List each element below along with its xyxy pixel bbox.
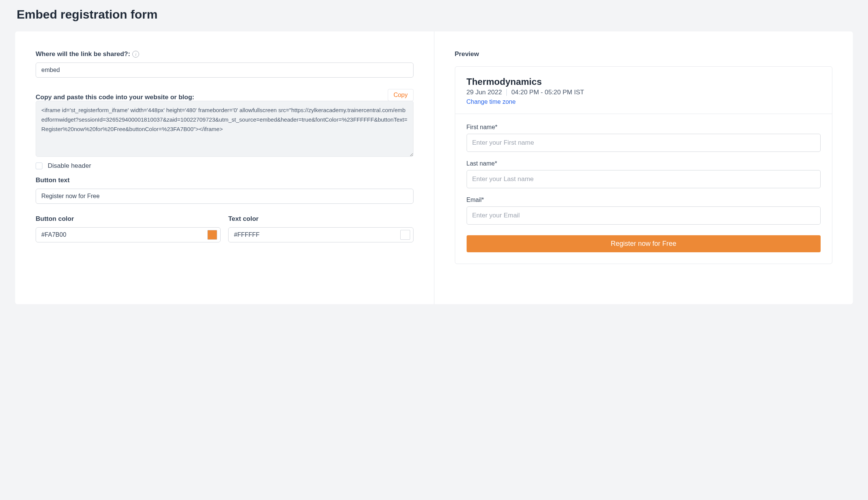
preview-header: Thermodynamics 29 Jun 2022 04:20 PM - 05… bbox=[455, 67, 832, 114]
preview-course-title: Thermodynamics bbox=[467, 77, 821, 87]
share-label: Where will the link be shared?: bbox=[36, 50, 130, 58]
page-title: Embed registration form bbox=[17, 8, 853, 22]
button-color-input[interactable]: #FA7B00 bbox=[36, 227, 221, 242]
text-color-swatch[interactable] bbox=[400, 230, 410, 240]
settings-column: Where will the link be shared?: i Copy a… bbox=[15, 31, 434, 304]
first-name-label: First name* bbox=[467, 124, 821, 131]
first-name-input[interactable] bbox=[467, 134, 821, 152]
button-text-label: Button text bbox=[36, 177, 414, 184]
disable-header-label: Disable header bbox=[48, 162, 91, 170]
button-color-swatch[interactable] bbox=[207, 230, 217, 240]
text-color-value: #FFFFFF bbox=[234, 231, 260, 238]
preview-date: 29 Jun 2022 bbox=[467, 89, 502, 96]
embed-card: Where will the link be shared?: i Copy a… bbox=[15, 31, 853, 304]
last-name-label: Last name* bbox=[467, 160, 821, 167]
change-timezone-link[interactable]: Change time zone bbox=[467, 98, 516, 105]
share-input[interactable] bbox=[36, 62, 414, 78]
text-color-input[interactable]: #FFFFFF bbox=[228, 227, 413, 242]
copy-button[interactable]: Copy bbox=[388, 89, 413, 101]
meta-separator bbox=[506, 89, 507, 96]
preview-body: First name* Last name* Email* Register n… bbox=[455, 114, 832, 264]
button-color-value: #FA7B00 bbox=[41, 231, 66, 238]
info-icon[interactable]: i bbox=[132, 51, 139, 58]
last-name-input[interactable] bbox=[467, 170, 821, 188]
preview-frame: Thermodynamics 29 Jun 2022 04:20 PM - 05… bbox=[455, 66, 833, 264]
email-label: Email* bbox=[467, 197, 821, 203]
disable-header-checkbox[interactable] bbox=[36, 162, 42, 169]
button-color-label: Button color bbox=[36, 215, 221, 223]
register-button[interactable]: Register now for Free bbox=[467, 235, 821, 252]
code-label: Copy and paste this code into your websi… bbox=[36, 94, 194, 101]
preview-column: Preview Thermodynamics 29 Jun 2022 04:20… bbox=[434, 31, 853, 304]
text-color-label: Text color bbox=[228, 215, 413, 223]
email-input[interactable] bbox=[467, 206, 821, 225]
button-text-input[interactable] bbox=[36, 189, 414, 204]
preview-heading: Preview bbox=[455, 50, 833, 58]
preview-time: 04:20 PM - 05:20 PM IST bbox=[511, 89, 584, 96]
embed-code-box[interactable]: <iframe id='st_registerform_iframe' widt… bbox=[36, 101, 414, 157]
